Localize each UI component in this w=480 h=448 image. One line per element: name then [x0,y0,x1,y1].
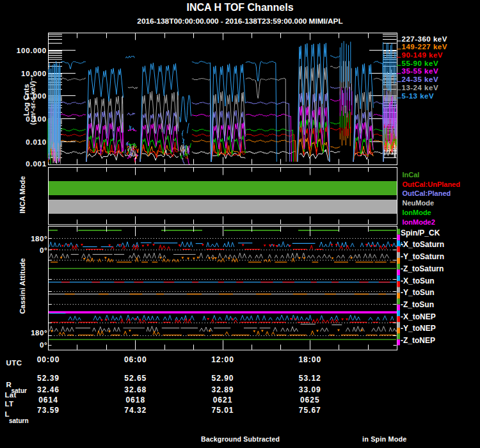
svg-text:55-90 keV: 55-90 keV [402,60,439,67]
svg-text:74.32: 74.32 [124,406,147,415]
svg-text:-Y_toNEP: -Y_toNEP [401,324,436,333]
svg-text:-X_toSun: -X_toSun [401,276,435,285]
svg-text:52.90: 52.90 [211,374,234,383]
svg-text:0°: 0° [40,246,47,254]
svg-text:5-13 keV: 5-13 keV [402,92,435,100]
svg-text:0618: 0618 [125,396,145,404]
svg-text:75.67: 75.67 [299,406,321,415]
svg-text:OutCal:UnPlaned: OutCal:UnPlaned [403,180,460,188]
svg-text:35-55 keV: 35-55 keV [402,67,439,75]
svg-text:IonMode2: IonMode2 [403,218,435,226]
svg-text:100.000: 100.000 [17,47,47,54]
svg-text:0621: 0621 [213,396,233,404]
svg-text:2016-138T00:00:00.000 - 2016-1: 2016-138T00:00:00.000 - 2016-138T23:59:0… [137,17,342,26]
svg-text:180°: 180° [31,329,47,337]
svg-text:180°: 180° [31,235,47,243]
svg-text:52.65: 52.65 [124,374,147,383]
svg-text:-Z_toSaturn: -Z_toSaturn [401,264,444,273]
svg-text:-Y_toSun: -Y_toSun [401,288,435,297]
svg-text:saturn: saturn [9,417,29,424]
svg-text:Spin/P_CK: Spin/P_CK [401,228,440,237]
svg-text:IonMode: IonMode [403,209,431,216]
svg-text:53.12: 53.12 [299,374,321,383]
svg-text:LT: LT [5,400,14,408]
svg-text:0°: 0° [40,341,47,349]
svg-text:OutCal:Planed: OutCal:Planed [403,189,451,197]
svg-text:0.001: 0.001 [26,160,47,168]
svg-text:Lat: Lat [5,391,17,399]
svg-text:Cassini Attitude: Cassini Attitude [19,258,26,314]
svg-text:UTC: UTC [6,359,22,367]
svg-text:-Y_toSaturn: -Y_toSaturn [401,252,444,261]
svg-text:18:00: 18:00 [298,355,321,364]
svg-text:-X_toSaturn: -X_toSaturn [401,240,444,249]
svg-text:06:00: 06:00 [124,355,147,364]
svg-text:52.39: 52.39 [37,374,60,383]
svg-text:(cm²-sr-s-keV)⁻¹: (cm²-sr-s-keV)⁻¹ [29,75,36,125]
svg-text:InCal: InCal [403,171,420,179]
svg-text:INCA H TOF Channels: INCA H TOF Channels [186,2,293,13]
svg-text:75.01: 75.01 [211,406,234,415]
svg-text:0.010: 0.010 [26,138,47,146]
svg-text:INCA Mode: INCA Mode [19,176,26,213]
svg-text:32.68: 32.68 [124,385,147,394]
svg-text:227-360 keV: 227-360 keV [402,35,447,43]
svg-text:-Z_toSun: -Z_toSun [401,300,434,309]
svg-text:90-149 keV: 90-149 keV [402,51,443,59]
svg-text:32.89: 32.89 [211,385,234,394]
svg-text:0614: 0614 [38,396,58,404]
svg-text:-X_toNEP: -X_toNEP [401,312,436,321]
svg-text:00:00: 00:00 [37,355,60,364]
svg-text:13-24 keV: 13-24 keV [402,84,439,92]
svg-text:NeuMode: NeuMode [403,199,435,207]
svg-text:12:00: 12:00 [211,355,234,364]
svg-text:0625: 0625 [300,396,320,404]
svg-text:Background Subtracted: Background Subtracted [201,435,280,443]
svg-text:32.46: 32.46 [37,385,60,394]
svg-text:33.09: 33.09 [299,385,321,394]
svg-text:in Spin Mode: in Spin Mode [362,435,407,443]
svg-text:24-35 keV: 24-35 keV [402,76,439,83]
svg-text:73.59: 73.59 [37,406,60,415]
svg-text:149-227 keV: 149-227 keV [402,43,447,51]
svg-text:-Z_toNEP: -Z_toNEP [401,336,435,345]
